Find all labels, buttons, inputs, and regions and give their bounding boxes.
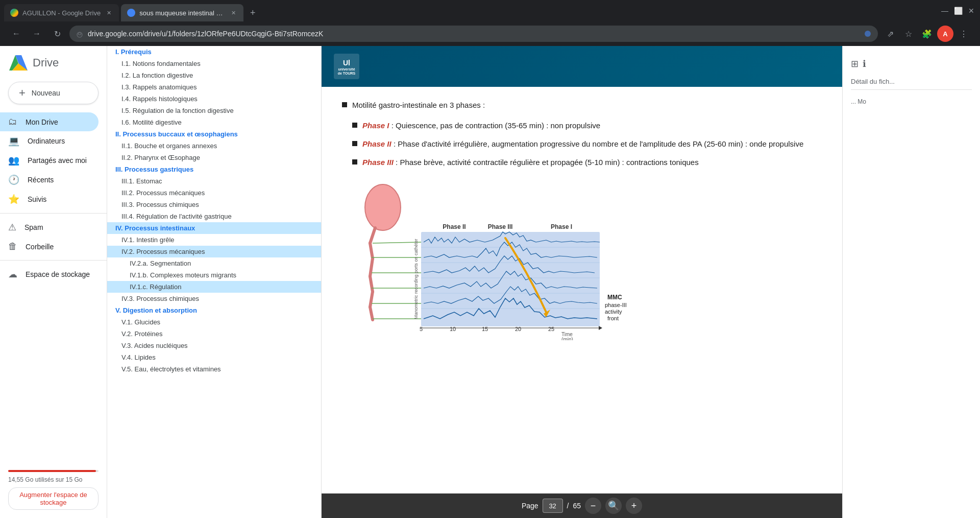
- outline-item-regulation-gastrique[interactable]: III.4. Régulation de l'activité gastriqu…: [107, 210, 321, 222]
- outline-item-rappels-histo[interactable]: I.4. Rappels histologiques: [107, 93, 321, 105]
- outline-item-mecaniques-gastrique[interactable]: III.2. Processus mécaniques: [107, 187, 321, 199]
- outline-item-pharynx[interactable]: II.2. Pharynx et Œsophage: [107, 152, 321, 163]
- upgrade-storage-button[interactable]: Augmenter l'espace de stockage: [8, 487, 99, 510]
- tab-close-document[interactable]: ✕: [229, 9, 237, 17]
- outline-item-estomac[interactable]: III.1. Estomac: [107, 175, 321, 187]
- google-lens-icon: [864, 30, 872, 38]
- minimize-button[interactable]: —: [940, 6, 949, 15]
- svg-line-14: [370, 276, 373, 292]
- tab-label-document: sous muqueuse intestinal ~ Re...: [139, 9, 225, 17]
- phase1-description: : Quiescence, pas de contraction (35-65 …: [391, 121, 600, 130]
- storage-text: 14,55 Go utilisés sur 15 Go: [8, 476, 99, 483]
- storage-section: 14,55 Go utilisés sur 15 Go Augmenter l'…: [0, 458, 107, 518]
- outline-item-prerequisites[interactable]: I. Prérequis: [107, 46, 321, 58]
- tab-label-drive: AGUILLON - Google Drive: [22, 9, 101, 17]
- sidebar-item-spam[interactable]: ⚠ Spam: [0, 218, 99, 237]
- tab-close-drive[interactable]: ✕: [105, 9, 113, 17]
- outline-item-regulation-intestinal[interactable]: IV.1.c. Régulation: [107, 281, 321, 293]
- page-label: Page: [522, 502, 538, 510]
- outline-item-intestin-grele[interactable]: IV.1. Intestin grêle: [107, 234, 321, 246]
- svg-text:phase-III: phase-III: [605, 302, 627, 308]
- svg-text:Ul: Ul: [343, 59, 350, 67]
- profile-button[interactable]: A: [937, 26, 953, 42]
- storage-bar-fill: [8, 470, 96, 472]
- sidebar-item-stockage[interactable]: ☁ Espace de stockage: [0, 265, 99, 284]
- drive-logo: Drive: [0, 50, 107, 76]
- svg-text:(min): (min): [561, 337, 573, 340]
- menu-button[interactable]: ⋮: [955, 26, 972, 42]
- sidebar-item-suivis[interactable]: ⭐ Suivis: [0, 190, 99, 209]
- lock-icon: [76, 30, 84, 38]
- svg-text:20: 20: [515, 326, 521, 332]
- close-button[interactable]: ✕: [967, 6, 976, 15]
- sidebar-item-ordinateurs[interactable]: 💻 Ordinateurs: [0, 131, 99, 151]
- outline-item-chimiques-gastrique[interactable]: III.3. Processus chimiques: [107, 199, 321, 210]
- bullet-icon: [342, 102, 347, 107]
- page-navigation: Page / 65 − 🔍 +: [522, 498, 642, 514]
- phase2-bullet-icon: [352, 141, 357, 146]
- maximize-button[interactable]: ⬜: [953, 6, 963, 15]
- sidebar-item-recents[interactable]: 🕐 Récents: [0, 170, 99, 190]
- drive-app-name: Drive: [33, 56, 59, 69]
- drive-logo-icon: [8, 54, 29, 72]
- outline-item-digestion[interactable]: V. Digestion et absorption: [107, 304, 321, 316]
- document-viewer: I. Prérequis I.1. Notions fondamentales …: [107, 46, 980, 518]
- phase1-text: Phase I : Quiescence, pas de contraction…: [362, 120, 600, 132]
- file-size-info: ... Mo: [851, 98, 972, 105]
- page-separator: /: [567, 502, 569, 510]
- outline-item-eau[interactable]: V.5. Eau, électrolytes et vitamines: [107, 363, 321, 375]
- outline-item-regulation[interactable]: I.5. Régulation de la fonction digestive: [107, 105, 321, 116]
- page-total: 65: [573, 502, 581, 510]
- bookmark-button[interactable]: ☆: [900, 26, 917, 42]
- info-icon[interactable]: ℹ: [863, 58, 866, 69]
- page-number-input[interactable]: [543, 499, 563, 513]
- sidebar-label-corbeille: Corbeille: [26, 243, 54, 251]
- new-tab-button[interactable]: +: [246, 6, 260, 20]
- star-icon: ⭐: [8, 194, 19, 205]
- grid-view-icon[interactable]: ⊞: [851, 58, 859, 69]
- outline-item-fonction[interactable]: I.2. La fonction digestive: [107, 69, 321, 81]
- outline-item-rappels-anat[interactable]: I.3. Rappels anatomiques: [107, 81, 321, 93]
- sidebar-label-partages: Partagés avec moi: [28, 156, 87, 164]
- reload-button[interactable]: ↻: [49, 26, 65, 42]
- svg-text:Phase III: Phase III: [488, 223, 513, 230]
- outline-item-acides[interactable]: V.3. Acides nucléiques: [107, 340, 321, 351]
- sidebar-item-corbeille[interactable]: 🗑 Corbeille: [0, 237, 99, 256]
- outline-item-motilite[interactable]: I.6. Motilité digestive: [107, 116, 321, 128]
- tab-google-drive[interactable]: AGUILLON - Google Drive ✕: [4, 4, 119, 21]
- outline-item-complexes[interactable]: IV.1.b. Complexes moteurs migrants: [107, 269, 321, 281]
- share-button[interactable]: ⇗: [882, 26, 898, 42]
- new-button[interactable]: + Nouveau: [8, 82, 99, 104]
- url-display: drive.google.com/drive/u/1/folders/1zlOR…: [88, 30, 860, 38]
- svg-text:5: 5: [420, 326, 423, 332]
- forward-button[interactable]: →: [29, 26, 45, 42]
- sidebar-label-suivis: Suivis: [28, 195, 46, 203]
- outline-item-buccaux[interactable]: II. Processus buccaux et œsophagiens: [107, 128, 321, 140]
- outline-item-intestinaux[interactable]: IV. Processus intestinaux: [107, 222, 321, 234]
- tab-document[interactable]: sous muqueuse intestinal ~ Re... ✕: [121, 4, 243, 21]
- outline-item-segmentation[interactable]: IV.2.a. Segmentation: [107, 257, 321, 269]
- sidebar-item-partages[interactable]: 👥 Partagés avec moi: [0, 151, 99, 170]
- university-logo: Ul université de TOURS: [334, 54, 359, 79]
- document-toolbar: Page / 65 − 🔍 +: [322, 493, 842, 518]
- outline-item-bouche[interactable]: II.1. Bouche et organes annexes: [107, 140, 321, 152]
- address-bar[interactable]: drive.google.com/drive/u/1/folders/1zlOR…: [69, 26, 878, 42]
- outline-item-notions[interactable]: I.1. Notions fondamentales: [107, 58, 321, 69]
- svg-text:Phase II: Phase II: [443, 223, 465, 230]
- page-header: Ul université de TOURS: [322, 46, 842, 87]
- sidebar-item-mon-drive[interactable]: 🗂 Mon Drive: [0, 112, 99, 131]
- svg-text:université: université: [338, 67, 355, 71]
- outline-item-glucides[interactable]: V.1. Glucides: [107, 316, 321, 328]
- back-button[interactable]: ←: [8, 26, 24, 42]
- extensions-button[interactable]: 🧩: [919, 26, 935, 42]
- outline-item-mecaniques-intestinal[interactable]: IV.2. Processus mécaniques: [107, 246, 321, 257]
- outline-item-chimiques-intestinal[interactable]: IV.3. Processus chimiques: [107, 293, 321, 304]
- outline-item-lipides[interactable]: V.4. Lipides: [107, 351, 321, 363]
- svg-line-16: [370, 307, 373, 320]
- zoom-in-button[interactable]: +: [626, 498, 642, 514]
- outline-item-gastriques[interactable]: III. Processus gastriques: [107, 163, 321, 175]
- outline-item-proteines[interactable]: V.2. Protéines: [107, 328, 321, 340]
- folder-icon: 🗂: [8, 116, 17, 127]
- svg-point-10: [365, 184, 401, 230]
- zoom-out-button[interactable]: −: [585, 498, 601, 514]
